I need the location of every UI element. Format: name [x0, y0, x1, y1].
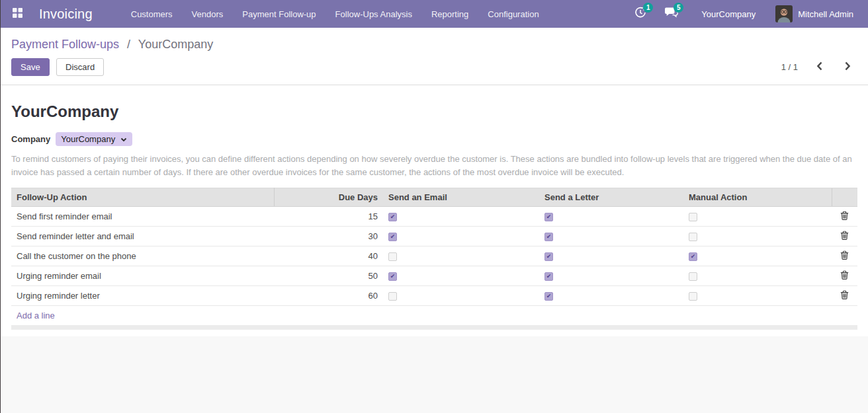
action-cell[interactable]: Urging reminder email: [11, 266, 274, 286]
form-sheet: YourCompany Company YourCompany To remin…: [1, 85, 868, 336]
user-avatar: [775, 5, 793, 22]
table-row: Call the customer on the phone 40: [11, 246, 857, 266]
trash-icon: [840, 211, 849, 222]
table-row: Urging reminder letter 60: [11, 286, 857, 306]
send-email-checkbox[interactable]: [388, 213, 397, 221]
column-header-send-letter: Send a Letter: [539, 188, 683, 207]
activities-button[interactable]: 1: [634, 7, 646, 21]
manual-action-checkbox[interactable]: [689, 272, 697, 281]
trash-icon: [840, 270, 849, 282]
chevron-left-icon: [816, 61, 823, 73]
table-header-row: Follow-Up Action Due Days Send an Email …: [11, 188, 857, 207]
pager: 1 / 1: [781, 60, 853, 74]
action-cell[interactable]: Urging reminder letter: [11, 286, 274, 306]
due-days-cell[interactable]: 40: [274, 246, 383, 266]
top-navbar: Invoicing Customers Vendors Payment Foll…: [1, 0, 868, 28]
form-buttons: Save Discard: [11, 58, 104, 76]
followup-levels-table: Follow-Up Action Due Days Send an Email …: [11, 188, 857, 306]
delete-row-button[interactable]: [840, 270, 849, 282]
table-row: Urging reminder email 50: [11, 266, 857, 286]
navbar-systray: 1 5 YourCompany Mitchell Admin: [616, 5, 853, 22]
pager-value[interactable]: 1 / 1: [781, 62, 798, 72]
breadcrumb-separator: /: [127, 38, 130, 51]
due-days-cell[interactable]: 30: [274, 227, 383, 246]
menu-item-customers[interactable]: Customers: [131, 9, 173, 19]
control-panel: Payment Follow-ups / YourCompany Save Di…: [1, 28, 868, 85]
send-email-checkbox[interactable]: [388, 272, 397, 281]
trash-icon: [840, 250, 849, 262]
column-header-action: Follow-Up Action: [11, 188, 274, 207]
menu-item-vendors[interactable]: Vendors: [192, 9, 224, 19]
followup-help-text: To remind customers of paying their invo…: [11, 153, 857, 178]
pager-previous-button[interactable]: [814, 60, 826, 74]
action-cell[interactable]: Send first reminder email: [11, 207, 274, 227]
pager-next-button[interactable]: [842, 60, 853, 74]
breadcrumb: Payment Follow-ups / YourCompany: [11, 36, 853, 52]
chevron-right-icon: [844, 61, 851, 73]
apps-menu-button[interactable]: [9, 5, 26, 22]
discard-button[interactable]: Discard: [56, 58, 104, 76]
breadcrumb-parent-link[interactable]: Payment Follow-ups: [11, 38, 119, 51]
send-letter-checkbox[interactable]: [544, 292, 553, 301]
table-footer-strip: [11, 325, 857, 330]
column-header-due-days: Due Days: [274, 188, 383, 207]
company-switcher[interactable]: YourCompany: [701, 9, 756, 19]
delete-row-button[interactable]: [840, 290, 849, 301]
delete-row-button[interactable]: [840, 231, 849, 242]
manual-action-checkbox[interactable]: [689, 252, 697, 261]
trash-icon: [840, 290, 849, 301]
user-name: Mitchell Admin: [798, 9, 853, 19]
table-row: Send first reminder email 15: [11, 207, 857, 227]
manual-action-checkbox[interactable]: [689, 292, 697, 301]
breadcrumb-current: YourCompany: [138, 38, 213, 51]
company-field-label: Company: [11, 134, 50, 144]
messages-button[interactable]: 5: [665, 7, 679, 21]
company-select[interactable]: YourCompany: [56, 132, 132, 146]
action-cell[interactable]: Call the customer on the phone: [11, 246, 274, 266]
table-row: Send reminder letter and email 30: [11, 227, 857, 246]
delete-row-button[interactable]: [840, 250, 849, 262]
menu-item-follow-ups-analysis[interactable]: Follow-Ups Analysis: [335, 9, 412, 19]
send-letter-checkbox[interactable]: [544, 233, 553, 241]
trash-icon: [840, 231, 849, 242]
save-button[interactable]: Save: [11, 58, 50, 76]
manual-action-checkbox[interactable]: [689, 213, 697, 221]
menu-item-configuration[interactable]: Configuration: [488, 9, 539, 19]
activity-count-badge: 1: [643, 3, 653, 13]
main-menu: Customers Vendors Payment Follow-up Foll…: [131, 9, 539, 19]
page: Invoicing Customers Vendors Payment Foll…: [0, 0, 868, 413]
app-name[interactable]: Invoicing: [39, 7, 93, 22]
chevron-down-icon: [120, 134, 127, 144]
send-email-checkbox[interactable]: [388, 233, 397, 241]
column-header-delete: [832, 188, 857, 207]
column-header-send-email: Send an Email: [383, 188, 539, 207]
company-select-value: YourCompany: [61, 134, 115, 144]
send-letter-checkbox[interactable]: [544, 252, 553, 261]
send-letter-checkbox[interactable]: [544, 272, 553, 281]
menu-item-payment-follow-up[interactable]: Payment Follow-up: [242, 9, 316, 19]
apps-grid-icon: [13, 8, 22, 20]
page-title: YourCompany: [11, 85, 857, 121]
send-email-checkbox[interactable]: [388, 292, 397, 301]
user-menu[interactable]: Mitchell Admin: [775, 5, 853, 22]
due-days-cell[interactable]: 15: [274, 207, 383, 227]
message-count-badge: 5: [673, 3, 683, 13]
manual-action-checkbox[interactable]: [689, 233, 697, 241]
page-background: [1, 336, 868, 413]
send-letter-checkbox[interactable]: [544, 213, 553, 221]
delete-row-button[interactable]: [840, 211, 849, 222]
send-email-checkbox[interactable]: [388, 252, 397, 261]
menu-item-reporting[interactable]: Reporting: [431, 9, 468, 19]
due-days-cell[interactable]: 60: [274, 286, 383, 306]
add-a-line-link[interactable]: Add a line: [11, 306, 857, 325]
column-header-manual-action: Manual Action: [683, 188, 832, 207]
due-days-cell[interactable]: 50: [274, 266, 383, 286]
action-cell[interactable]: Send reminder letter and email: [11, 227, 274, 246]
company-field-row: Company YourCompany: [11, 132, 857, 146]
